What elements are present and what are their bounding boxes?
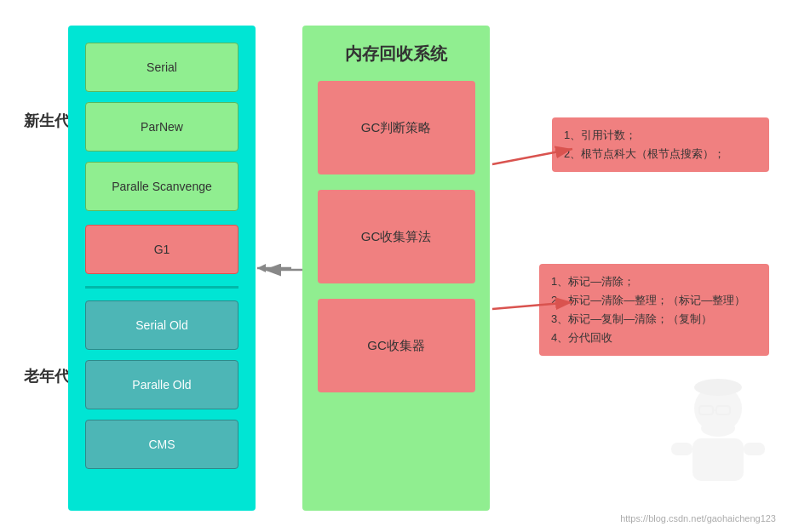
info-box-2: 1、标记—清除； 2、标记—清除—整理；（标记—整理） 3、标记—复制—清除；（… xyxy=(539,264,769,356)
svg-rect-12 xyxy=(671,443,692,455)
label-xinshengdai: 新生代 xyxy=(24,111,70,131)
box-serial: Serial xyxy=(85,43,238,92)
box-parnew: ParNew xyxy=(85,102,238,152)
box-gc-algo: GC收集算法 xyxy=(318,190,475,283)
info-box-1: 1、引用计数； 2、根节点科大（根节点搜索）； xyxy=(552,117,769,172)
info2-line1: 1、标记—清除； xyxy=(551,275,635,288)
info2-line4: 4、分代回收 xyxy=(551,331,612,344)
info2-line2: 2、标记—清除—整理；（标记—整理） xyxy=(551,294,745,306)
box-cms: CMS xyxy=(85,420,238,469)
box-paralle-scanvenge: Paralle Scanvenge xyxy=(85,162,238,211)
svg-rect-13 xyxy=(744,443,765,455)
svg-rect-11 xyxy=(692,438,744,481)
svg-marker-5 xyxy=(257,264,266,272)
box-gc-collector: GC收集器 xyxy=(318,299,475,392)
svg-point-14 xyxy=(694,379,742,396)
right-panel: 内存回收系统 GC判断策略 GC收集算法 GC收集器 xyxy=(302,26,490,511)
box-g1: G1 xyxy=(85,225,238,274)
info1-line1: 1、引用计数； xyxy=(564,129,636,141)
label-laoniandai: 老年代 xyxy=(24,366,70,386)
svg-point-10 xyxy=(701,420,735,437)
box-gc-judge: GC判断策略 xyxy=(318,81,475,174)
left-panel: Serial ParNew Paralle Scanvenge G1 Seria… xyxy=(68,26,256,511)
box-paralle-old: Paralle Old xyxy=(85,360,238,409)
info2-line3: 3、标记—复制—清除；（复制） xyxy=(551,312,712,325)
box-serial-old: Serial Old xyxy=(85,300,238,350)
right-panel-title: 内存回收系统 xyxy=(345,43,447,66)
watermark: https://blog.csdn.net/gaohaicheng123 xyxy=(620,513,776,523)
character-illustration xyxy=(667,379,769,498)
main-container: 新生代 老年代 Serial ParNew Paralle Scanvenge … xyxy=(0,0,793,532)
info1-line2: 2、根节点科大（根节点搜索）； xyxy=(564,147,725,160)
panel-divider xyxy=(85,286,238,289)
